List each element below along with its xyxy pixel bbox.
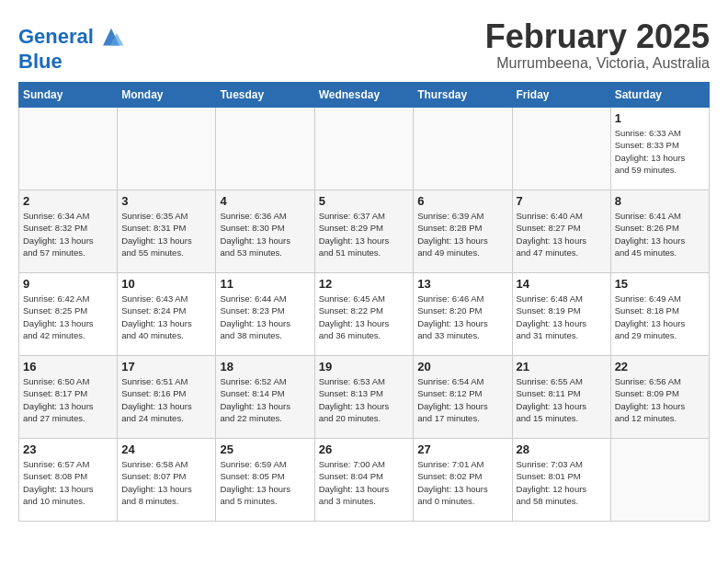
calendar-cell: 9Sunrise: 6:42 AM Sunset: 8:25 PM Daylig… xyxy=(19,273,118,356)
calendar-cell: 19Sunrise: 6:53 AM Sunset: 8:13 PM Dayli… xyxy=(314,356,414,439)
day-number: 26 xyxy=(319,442,410,456)
day-number: 19 xyxy=(319,360,410,373)
day-number: 23 xyxy=(23,442,113,456)
calendar-cell: 10Sunrise: 6:43 AM Sunset: 8:24 PM Dayli… xyxy=(118,273,216,356)
calendar-cell: 21Sunrise: 6:55 AM Sunset: 8:11 PM Dayli… xyxy=(512,356,610,439)
day-number: 5 xyxy=(319,194,410,208)
day-number: 28 xyxy=(517,442,607,456)
day-number: 8 xyxy=(615,194,705,208)
day-number: 15 xyxy=(615,277,705,291)
calendar-cell: 6Sunrise: 6:39 AM Sunset: 8:28 PM Daylig… xyxy=(414,190,512,273)
day-number: 16 xyxy=(23,360,113,373)
day-info: Sunrise: 6:49 AM Sunset: 8:18 PM Dayligh… xyxy=(615,293,705,341)
day-number: 20 xyxy=(417,360,507,373)
day-info: Sunrise: 6:43 AM Sunset: 8:24 PM Dayligh… xyxy=(121,293,211,341)
logo-blue-text: Blue xyxy=(18,51,125,73)
calendar-header-monday: Monday xyxy=(118,83,216,108)
day-info: Sunrise: 6:58 AM Sunset: 8:07 PM Dayligh… xyxy=(121,458,211,507)
title-section: February 2025 Murrumbeena, Victoria, Aus… xyxy=(485,18,710,72)
calendar-cell: 12Sunrise: 6:45 AM Sunset: 8:22 PM Dayli… xyxy=(314,273,414,356)
day-info: Sunrise: 6:41 AM Sunset: 8:26 PM Dayligh… xyxy=(615,210,705,259)
calendar-cell xyxy=(216,108,314,190)
day-info: Sunrise: 6:53 AM Sunset: 8:13 PM Dayligh… xyxy=(319,375,410,424)
calendar-week-row: 16Sunrise: 6:50 AM Sunset: 8:17 PM Dayli… xyxy=(19,356,710,439)
calendar-week-row: 9Sunrise: 6:42 AM Sunset: 8:25 PM Daylig… xyxy=(19,273,710,356)
day-number: 13 xyxy=(417,277,507,291)
day-number: 21 xyxy=(517,360,607,373)
day-number: 25 xyxy=(220,442,310,456)
day-number: 24 xyxy=(121,442,211,456)
calendar-header-sunday: Sunday xyxy=(19,83,118,108)
day-number: 10 xyxy=(121,277,211,291)
calendar-cell: 28Sunrise: 7:03 AM Sunset: 8:01 PM Dayli… xyxy=(512,439,610,522)
day-number: 4 xyxy=(220,194,310,208)
logo-icon xyxy=(97,23,125,51)
calendar-cell: 17Sunrise: 6:51 AM Sunset: 8:16 PM Dayli… xyxy=(118,356,216,439)
day-info: Sunrise: 6:44 AM Sunset: 8:23 PM Dayligh… xyxy=(220,293,310,341)
day-info: Sunrise: 6:35 AM Sunset: 8:31 PM Dayligh… xyxy=(121,210,211,259)
day-info: Sunrise: 6:54 AM Sunset: 8:12 PM Dayligh… xyxy=(417,375,507,424)
day-info: Sunrise: 6:50 AM Sunset: 8:17 PM Dayligh… xyxy=(23,375,113,424)
calendar-cell xyxy=(512,108,610,190)
calendar-cell: 25Sunrise: 6:59 AM Sunset: 8:05 PM Dayli… xyxy=(216,439,314,522)
day-number: 18 xyxy=(220,360,310,373)
day-info: Sunrise: 6:33 AM Sunset: 8:33 PM Dayligh… xyxy=(615,127,705,176)
calendar-week-row: 2Sunrise: 6:34 AM Sunset: 8:32 PM Daylig… xyxy=(19,190,710,273)
calendar-cell: 18Sunrise: 6:52 AM Sunset: 8:14 PM Dayli… xyxy=(216,356,314,439)
day-info: Sunrise: 6:57 AM Sunset: 8:08 PM Dayligh… xyxy=(23,458,113,507)
calendar-header-saturday: Saturday xyxy=(610,83,709,108)
day-info: Sunrise: 6:56 AM Sunset: 8:09 PM Dayligh… xyxy=(615,375,705,424)
calendar-cell: 27Sunrise: 7:01 AM Sunset: 8:02 PM Dayli… xyxy=(414,439,512,522)
calendar-cell xyxy=(610,439,709,522)
day-info: Sunrise: 6:52 AM Sunset: 8:14 PM Dayligh… xyxy=(220,375,310,424)
calendar-cell: 5Sunrise: 6:37 AM Sunset: 8:29 PM Daylig… xyxy=(314,190,414,273)
calendar-header-wednesday: Wednesday xyxy=(314,83,414,108)
calendar-cell: 23Sunrise: 6:57 AM Sunset: 8:08 PM Dayli… xyxy=(19,439,118,522)
calendar-cell: 1Sunrise: 6:33 AM Sunset: 8:33 PM Daylig… xyxy=(610,108,709,190)
day-number: 17 xyxy=(121,360,211,373)
day-info: Sunrise: 6:34 AM Sunset: 8:32 PM Dayligh… xyxy=(23,210,113,259)
calendar-cell: 4Sunrise: 6:36 AM Sunset: 8:30 PM Daylig… xyxy=(216,190,314,273)
calendar-cell xyxy=(414,108,512,190)
calendar-cell: 15Sunrise: 6:49 AM Sunset: 8:18 PM Dayli… xyxy=(610,273,709,356)
calendar-cell: 24Sunrise: 6:58 AM Sunset: 8:07 PM Dayli… xyxy=(118,439,216,522)
logo: General Blue xyxy=(18,23,125,73)
day-info: Sunrise: 6:36 AM Sunset: 8:30 PM Dayligh… xyxy=(220,210,310,259)
calendar-table: SundayMondayTuesdayWednesdayThursdayFrid… xyxy=(18,82,710,522)
calendar-cell: 8Sunrise: 6:41 AM Sunset: 8:26 PM Daylig… xyxy=(610,190,709,273)
day-number: 22 xyxy=(615,360,705,373)
calendar-week-row: 23Sunrise: 6:57 AM Sunset: 8:08 PM Dayli… xyxy=(19,439,710,522)
calendar-cell xyxy=(19,108,118,190)
calendar-cell: 26Sunrise: 7:00 AM Sunset: 8:04 PM Dayli… xyxy=(314,439,414,522)
calendar-cell: 20Sunrise: 6:54 AM Sunset: 8:12 PM Dayli… xyxy=(414,356,512,439)
calendar-cell: 16Sunrise: 6:50 AM Sunset: 8:17 PM Dayli… xyxy=(19,356,118,439)
day-number: 27 xyxy=(417,442,507,456)
calendar-cell: 2Sunrise: 6:34 AM Sunset: 8:32 PM Daylig… xyxy=(19,190,118,273)
day-number: 6 xyxy=(417,194,507,208)
day-number: 9 xyxy=(23,277,113,291)
calendar-cell: 3Sunrise: 6:35 AM Sunset: 8:31 PM Daylig… xyxy=(118,190,216,273)
day-number: 14 xyxy=(517,277,607,291)
calendar-cell: 13Sunrise: 6:46 AM Sunset: 8:20 PM Dayli… xyxy=(414,273,512,356)
day-info: Sunrise: 6:37 AM Sunset: 8:29 PM Dayligh… xyxy=(319,210,410,259)
day-info: Sunrise: 6:51 AM Sunset: 8:16 PM Dayligh… xyxy=(121,375,211,424)
day-number: 11 xyxy=(220,277,310,291)
page-header: General Blue February 2025 Murrumbeena, … xyxy=(18,18,710,73)
calendar-cell: 22Sunrise: 6:56 AM Sunset: 8:09 PM Dayli… xyxy=(610,356,709,439)
calendar-week-row: 1Sunrise: 6:33 AM Sunset: 8:33 PM Daylig… xyxy=(19,108,710,190)
day-info: Sunrise: 7:01 AM Sunset: 8:02 PM Dayligh… xyxy=(417,458,507,507)
day-info: Sunrise: 6:46 AM Sunset: 8:20 PM Dayligh… xyxy=(417,293,507,341)
day-info: Sunrise: 6:40 AM Sunset: 8:27 PM Dayligh… xyxy=(517,210,607,259)
calendar-cell xyxy=(314,108,414,190)
day-info: Sunrise: 7:03 AM Sunset: 8:01 PM Dayligh… xyxy=(517,458,607,507)
calendar-cell: 14Sunrise: 6:48 AM Sunset: 8:19 PM Dayli… xyxy=(512,273,610,356)
calendar-header-row: SundayMondayTuesdayWednesdayThursdayFrid… xyxy=(19,83,710,108)
calendar-header-friday: Friday xyxy=(512,83,610,108)
calendar-cell: 7Sunrise: 6:40 AM Sunset: 8:27 PM Daylig… xyxy=(512,190,610,273)
day-info: Sunrise: 6:48 AM Sunset: 8:19 PM Dayligh… xyxy=(517,293,607,341)
location-subtitle: Murrumbeena, Victoria, Australia xyxy=(485,55,710,72)
day-info: Sunrise: 6:55 AM Sunset: 8:11 PM Dayligh… xyxy=(517,375,607,424)
day-info: Sunrise: 6:45 AM Sunset: 8:22 PM Dayligh… xyxy=(319,293,410,341)
calendar-header-tuesday: Tuesday xyxy=(216,83,314,108)
calendar-cell: 11Sunrise: 6:44 AM Sunset: 8:23 PM Dayli… xyxy=(216,273,314,356)
